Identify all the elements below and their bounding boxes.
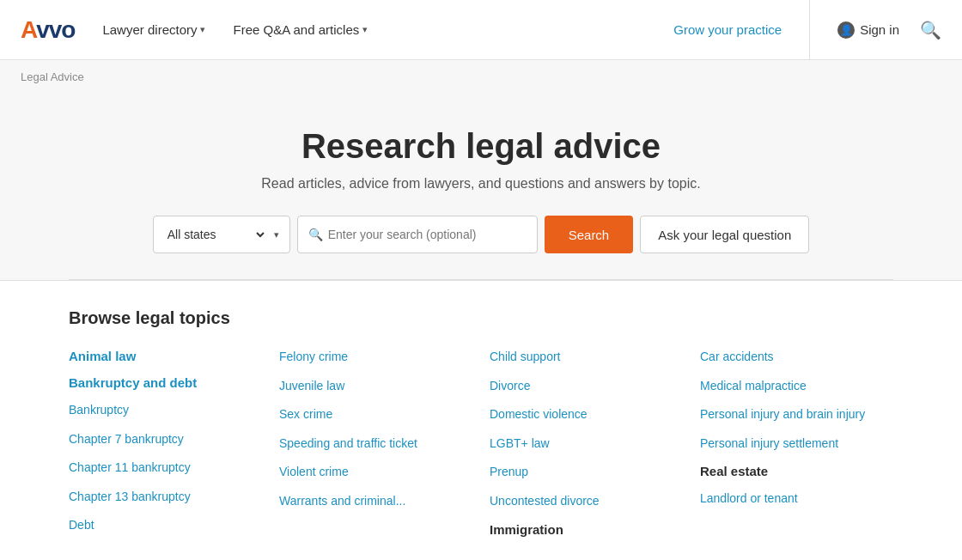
search-icon: 🔍 — [308, 228, 323, 241]
browse-title: Browse legal topics — [69, 308, 893, 328]
topic-col-3: Child supportDivorceDomestic violenceLGB… — [490, 349, 683, 537]
search-bar: All statesAlabamaAlaskaArizonaArkansasCa… — [21, 216, 941, 253]
sign-in-button[interactable]: 👤 Sign in — [837, 21, 899, 39]
header-right: Grow your practice 👤 Sign in 🔍 — [673, 0, 941, 60]
topic-col-2: Felony crimeJuvenile lawSex crimeSpeedin… — [279, 349, 472, 537]
topic-item[interactable]: Real estate — [700, 464, 893, 478]
state-dropdown[interactable]: All statesAlabamaAlaskaArizonaArkansasCa… — [164, 227, 267, 242]
hero-section: Research legal advice Read articles, adv… — [0, 93, 962, 279]
topic-item[interactable]: Landlord or tenant — [700, 490, 893, 508]
hero-subtitle: Read articles, advice from lawyers, and … — [21, 176, 941, 192]
logo[interactable]: Avvo — [21, 16, 75, 44]
header-left: Avvo Lawyer directory ▾ Free Q&A and art… — [21, 16, 673, 44]
header-divider — [809, 0, 810, 60]
topic-col-4: Car accidentsMedical malpracticePersonal… — [700, 349, 893, 537]
page-title: Research legal advice — [21, 127, 941, 166]
topic-item[interactable]: Felony crime — [279, 349, 472, 366]
chevron-down-icon: ▾ — [362, 24, 368, 35]
nav-qa-articles-label: Free Q&A and articles — [233, 22, 359, 37]
topic-item[interactable]: Domestic violence — [490, 406, 683, 423]
topic-item[interactable]: Chapter 7 bankruptcy — [69, 431, 262, 448]
topic-item[interactable]: Uncontested divorce — [490, 493, 683, 510]
user-icon: 👤 — [837, 21, 855, 39]
topic-item[interactable]: Chapter 11 bankruptcy — [69, 460, 262, 477]
topic-item[interactable]: LGBT+ law — [490, 435, 683, 453]
logo-a: A — [21, 16, 36, 43]
search-button[interactable]: Search — [545, 216, 634, 253]
logo-vvo: vvo — [36, 16, 75, 43]
topic-item[interactable]: Car accidents — [700, 349, 893, 366]
topic-item[interactable]: Child support — [490, 349, 683, 366]
nav-qa-articles[interactable]: Free Q&A and articles ▾ — [233, 22, 368, 37]
nav-lawyer-directory-label: Lawyer directory — [102, 22, 197, 37]
breadcrumb-bar: Legal Advice — [0, 60, 962, 93]
topic-item[interactable]: Divorce — [490, 378, 683, 395]
topic-item[interactable]: Sex crime — [279, 406, 472, 423]
topic-item[interactable]: Bankruptcy and debt — [69, 375, 262, 390]
topic-item[interactable]: Personal injury settlement — [700, 435, 893, 453]
topic-item[interactable]: Speeding and traffic ticket — [279, 435, 472, 453]
topic-item[interactable]: Bankruptcy — [69, 402, 262, 419]
state-selector[interactable]: All statesAlabamaAlaskaArizonaArkansasCa… — [153, 216, 290, 253]
ask-legal-question-button[interactable]: Ask your legal question — [640, 216, 809, 253]
breadcrumb[interactable]: Legal Advice — [21, 70, 84, 83]
chevron-down-icon: ▾ — [274, 229, 279, 240]
sign-in-label: Sign in — [860, 22, 899, 37]
topic-item[interactable]: Chapter 13 bankruptcy — [69, 489, 262, 506]
browse-section: Browse legal topics Animal lawBankruptcy… — [0, 280, 962, 560]
topic-item[interactable]: Prenup — [490, 464, 683, 481]
header: Avvo Lawyer directory ▾ Free Q&A and art… — [0, 0, 962, 60]
topic-item[interactable]: Personal injury and brain injury — [700, 406, 893, 423]
topic-item[interactable]: Animal law — [69, 349, 262, 363]
search-input-wrap: 🔍 — [297, 216, 538, 253]
chevron-down-icon: ▾ — [200, 24, 205, 35]
topic-item[interactable]: Medical malpractice — [700, 378, 893, 395]
topic-item[interactable]: Juvenile law — [279, 378, 472, 395]
topics-grid: Animal lawBankruptcy and debtBankruptcyC… — [69, 349, 893, 537]
search-input[interactable] — [328, 228, 527, 241]
topic-item[interactable]: Warrants and criminal... — [279, 493, 472, 510]
nav-lawyer-directory[interactable]: Lawyer directory ▾ — [102, 22, 205, 37]
topic-item[interactable]: Debt — [69, 517, 262, 534]
topic-item[interactable]: Violent crime — [279, 464, 472, 481]
topic-item[interactable]: Immigration — [490, 522, 683, 537]
search-icon-button[interactable]: 🔍 — [920, 20, 941, 40]
grow-practice-link[interactable]: Grow your practice — [673, 22, 782, 37]
topic-col-1: Animal lawBankruptcy and debtBankruptcyC… — [69, 349, 262, 537]
